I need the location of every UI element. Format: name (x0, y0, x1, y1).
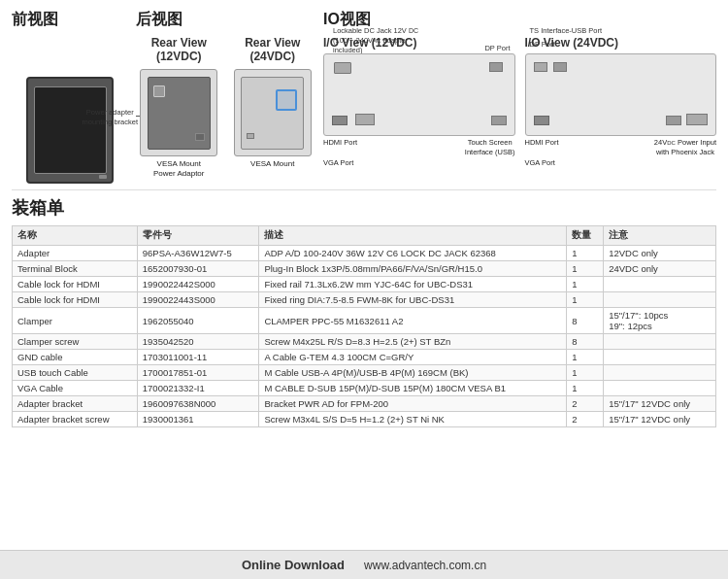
table-cell: 1652007930-01 (137, 261, 259, 277)
packing-table: 名称 零件号 描述 数量 注意 Adapter96PSA-A36W12W7-5A… (12, 225, 716, 427)
table-cell: 1 (567, 292, 604, 308)
views-section: 前视图 后视图 Rear View (12VDC) Rear View (24V… (0, 0, 728, 189)
bracket-detail (153, 85, 165, 97)
table-cell: 15"/17" 12VDC only (604, 396, 716, 412)
footer-label: Online Download (242, 558, 345, 572)
table-section: 装箱单 名称 零件号 描述 数量 注意 Adapter96PSA-A36W12W… (0, 190, 728, 550)
rear-24v-label: Rear View (24VDC) (230, 36, 316, 63)
front-view: 前视图 (12, 10, 128, 184)
table-cell: Terminal Block (13, 261, 138, 277)
table-cell: 24VDC only (604, 261, 716, 277)
io-24v-container: TS Interface-USB Port DP Port HDMI Port (525, 53, 717, 167)
rear-header: Rear View (12VDC) Rear View (24VDC) (136, 36, 315, 67)
table-cell: CLAMPER PPC-55 M1632611 A2 (259, 308, 567, 334)
table-row: VGA Cable1700021332-I1M CABLE D-SUB 15P(… (13, 381, 716, 396)
table-cell (604, 334, 716, 350)
table-body: Adapter96PSA-A36W12W7-5ADP A/D 100-240V … (13, 246, 716, 427)
vga-label-12v: VGA Port (323, 158, 515, 167)
rear-devices: Power adaptermounting bracket VESA Mount (136, 69, 315, 178)
table-cell: Cable lock for HDMI (13, 277, 138, 292)
table-cell: Bracket PWR AD for FPM-200 (259, 396, 567, 412)
io-24v-bottom-labels: HDMI Port 24VDC Power Inputwith Phoenix … (525, 138, 717, 157)
power-adapter-bracket-label: Power adaptermounting bracket (82, 108, 138, 127)
rear-24v-device-wrap: VESA Mount (230, 69, 316, 178)
table-row: Clamper1962055040CLAMPER PPC-55 M1632611… (13, 308, 716, 334)
table-cell: Screw M4x25L R/S D=8.3 H=2.5 (2+) ST BZn (259, 334, 567, 350)
io-section: IO视图 I/O View (12VDC) Lockable DC Jack 1… (323, 10, 716, 184)
table-cell (604, 292, 716, 308)
table-cell: 1 (567, 350, 604, 365)
table-cell: 1962055040 (137, 308, 259, 334)
table-cell: 1 (567, 277, 604, 292)
table-cell: Cable lock for HDMI (13, 292, 138, 308)
vesa-highlight (276, 89, 297, 111)
io-12v-bottom-labels: HDMI Port Touch ScreenInterface (USB) (323, 138, 515, 157)
rear-12v-device-inner (148, 77, 211, 150)
table-cell: VGA Cable (13, 381, 138, 396)
power-adaptor-label: Power Adaptor (153, 169, 204, 178)
io-24v-wrap: I/O View (24VDC) TS Interface-USB Port D… (525, 36, 717, 167)
table-cell: 8 (567, 334, 604, 350)
vga-label-24v: VGA Port (525, 158, 717, 167)
table-cell: Fixed rail 71.3Lx6.2W mm YJC-64C for UBC… (259, 277, 567, 292)
table-cell: M CABLE D-SUB 15P(M)/D-SUB 15P(M) 180CM … (259, 381, 567, 396)
ts-usb-label: TS Interface-USB Port (530, 26, 603, 36)
rear-view-title: 后视图 (136, 10, 315, 30)
front-device-image (26, 77, 114, 184)
table-cell (604, 350, 716, 365)
dp-port-24v (553, 62, 567, 72)
table-cell: Fixed ring DIA:7.5-8.5 FWM-8K for UBC-DS… (259, 292, 567, 308)
col-desc: 描述 (259, 226, 567, 246)
footer-url: www.advantech.com.cn (364, 559, 486, 572)
table-row: Cable lock for HDMI1990022442S000Fixed r… (13, 277, 716, 292)
hdmi-label-12v: HDMI Port (323, 138, 357, 157)
hdmi-label-24v: HDMI Port (525, 138, 559, 157)
touch-label-12v: Touch ScreenInterface (USB) (465, 138, 515, 157)
table-cell: 1 (567, 381, 604, 396)
io-12v-container: Lockable DC Jack 12V DC(100 ~ 240VAC ada… (323, 53, 515, 167)
dp-port-12v (489, 62, 503, 72)
port-detail (195, 133, 205, 141)
vesa-mount-label-24v: VESA Mount (250, 159, 294, 168)
table-cell (604, 365, 716, 381)
phoenix-port (686, 114, 708, 125)
table-cell: GND cable (13, 350, 138, 365)
table-row: Adapter bracket screw1930001361Screw M3x… (13, 412, 716, 427)
col-notes: 注意 (604, 226, 716, 246)
table-cell: Plug-In Block 1x3P/5.08mm/PA66/F/VA/Sn/G… (259, 261, 567, 277)
table-cell: 1990022443S000 (137, 292, 259, 308)
io-views-container: I/O View (12VDC) Lockable DC Jack 12V DC… (323, 36, 716, 167)
table-cell: USB touch Cable (13, 365, 138, 381)
footer: Online Download www.advantech.com.cn (0, 550, 728, 579)
table-cell: Screw M3x4L S/S D=5 H=1.2 (2+) ST Ni NK (259, 412, 567, 427)
rear-12v-device (140, 69, 217, 156)
col-name: 名称 (13, 226, 138, 246)
rear-12v-label: Rear View (12VDC) (136, 36, 222, 63)
ts-usb-port (534, 62, 547, 72)
dp-port-label-12v: DP Port (484, 44, 510, 52)
table-row: Terminal Block1652007930-01Plug-In Block… (13, 261, 716, 277)
table-cell: 1990022442S000 (137, 277, 259, 292)
table-cell: Adapter bracket screw (13, 412, 138, 427)
table-cell: Adapter (13, 246, 138, 261)
rear-24v-device (234, 69, 312, 156)
col-part: 零件号 (137, 226, 259, 246)
col-qty: 数量 (567, 226, 604, 246)
rear-12v-device-container: Power adaptermounting bracket (140, 69, 217, 156)
vesa-mount-label-12v: VESA Mount (157, 159, 201, 168)
table-cell: 12VDC only (604, 246, 716, 261)
dc-jack-port (334, 62, 351, 74)
vga-port-12v (491, 116, 507, 125)
table-cell: 1 (567, 365, 604, 381)
port-detail-2 (247, 133, 254, 139)
phoenix-label: 24VDC Power Inputwith Phoenix Jack (654, 138, 716, 157)
rear-views-section: 后视图 Rear View (12VDC) Rear View (24VDC) … (136, 10, 315, 184)
table-cell (604, 277, 716, 292)
lockable-dc-label: Lockable DC Jack 12V DC(100 ~ 240VAC ada… (333, 26, 430, 54)
front-view-title: 前视图 (12, 10, 128, 30)
table-cell: 96PSA-A36W12W7-5 (137, 246, 259, 261)
table-cell: 15"/17": 10pcs 19": 12pcs (604, 308, 716, 334)
touch-port-12v (355, 114, 375, 125)
hdmi-port-24v (534, 116, 549, 125)
table-cell: Clamper screw (13, 334, 138, 350)
